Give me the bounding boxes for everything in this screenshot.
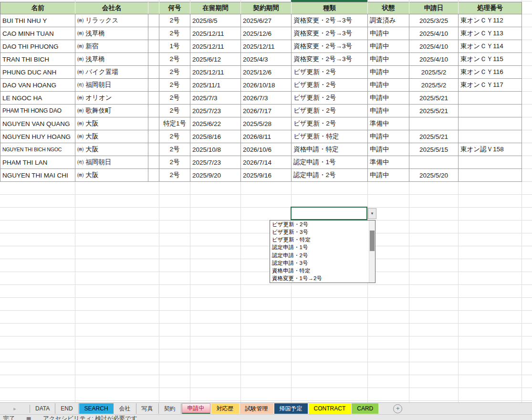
sheet-tab-card[interactable]: CARD xyxy=(352,403,378,414)
cell-status[interactable]: 申請中 xyxy=(368,53,409,66)
cell-process-number[interactable]: 東オンＣＹ112 xyxy=(459,14,522,27)
cell-company[interactable]: ㈱ バイク置場 xyxy=(75,66,148,79)
dropdown-scrollbar[interactable] xyxy=(369,220,375,283)
sheet-tab-photo[interactable]: 写真 xyxy=(136,403,159,414)
cell-company[interactable]: ㈱ 大阪 xyxy=(75,143,148,156)
cell-name[interactable]: NGUYEN THI BICH NGOC xyxy=(0,143,75,156)
cell-company[interactable]: ㈲ 福岡朝日 xyxy=(75,156,148,169)
cell-process-number[interactable] xyxy=(459,92,522,105)
col-header-process-number[interactable]: 処理番号 xyxy=(459,2,522,14)
sheet-tab-applying[interactable]: 申請中 xyxy=(182,403,210,414)
cell-name[interactable]: NGUYEN HUY HOANG xyxy=(0,130,75,143)
cell-company[interactable]: ㈱ リラックス xyxy=(75,14,148,27)
accessibility-status[interactable]: アクセシビリティ: 検討が必要です xyxy=(43,415,137,420)
cell-grade[interactable]: 2号 xyxy=(159,105,190,117)
cell-grade[interactable]: 2号 xyxy=(159,66,190,79)
cell-spacer[interactable] xyxy=(148,79,159,92)
cell-grade[interactable]: 2号 xyxy=(159,53,190,66)
cell-process-number[interactable] xyxy=(459,156,522,169)
cell-company[interactable]: ㈱ 浅草橋 xyxy=(75,27,148,40)
cell-company[interactable]: ㈱ 歌舞伎町 xyxy=(75,105,148,117)
cell-type[interactable]: 資格変更・2号→3号 xyxy=(292,40,368,53)
cell-residence-period[interactable]: 2025/10/8 xyxy=(190,143,241,156)
cell-name[interactable]: DAO VAN HOANG xyxy=(0,79,75,92)
cell-status[interactable]: 準備中 xyxy=(368,156,409,169)
col-header-type[interactable]: 種類 xyxy=(292,2,368,14)
cell-type[interactable]: 認定申請・2号 xyxy=(292,169,368,182)
cell-residence-period[interactable]: 2025/8/5 xyxy=(190,14,241,27)
cell-contract-period[interactable]: 2026/7/3 xyxy=(241,92,292,105)
cell-apply-date[interactable]: 2025/5/21 xyxy=(409,105,459,117)
cell-spacer[interactable] xyxy=(148,92,159,105)
cell-contract-period[interactable]: 2025/12/6 xyxy=(241,66,292,79)
cell-name[interactable]: CAO MINH TUAN xyxy=(0,27,75,40)
sheet-tab-return-schedule[interactable]: 帰国予定 xyxy=(274,403,308,414)
add-sheet-button[interactable]: + xyxy=(393,404,402,413)
cell-residence-period[interactable]: 2025/7/23 xyxy=(190,105,241,117)
cell-status[interactable]: 申請中 xyxy=(368,105,409,117)
cell-company[interactable]: ㈱ オリオン xyxy=(75,92,148,105)
cell-type[interactable]: 資格変更・2号→3号 xyxy=(292,27,368,40)
cell-contract-period[interactable]: 2025/4/3 xyxy=(241,53,292,66)
cell-apply-date[interactable]: 2025/5/21 xyxy=(409,92,459,105)
cell-residence-period[interactable]: 2025/9/20 xyxy=(190,169,241,182)
cell-residence-period[interactable]: 2025/8/16 xyxy=(190,130,241,143)
cell-grade[interactable]: 2号 xyxy=(159,79,190,92)
cell-spacer[interactable] xyxy=(148,27,159,40)
cell-apply-date[interactable]: 2025/3/25 xyxy=(409,14,459,27)
cell-company[interactable]: ㈱ 大阪 xyxy=(75,130,148,143)
cell-spacer[interactable] xyxy=(148,105,159,117)
dropdown-option[interactable]: 認定申請・2号 xyxy=(270,252,369,259)
col-header-status[interactable]: 状態 xyxy=(368,2,409,14)
cell-name[interactable]: LE NGOC HA xyxy=(0,92,75,105)
dropdown-option[interactable]: 資格申請・特定 xyxy=(270,267,369,275)
cell-contract-period[interactable]: 2026/10/6 xyxy=(241,143,292,156)
cell-process-number[interactable]: 東オンＣＹ113 xyxy=(459,27,522,40)
cell-contract-period[interactable]: 2026/7/14 xyxy=(241,156,292,169)
cell-company[interactable]: ㈱ 浅草橋 xyxy=(75,53,148,66)
cell-contract-period[interactable]: 2026/7/17 xyxy=(241,105,292,117)
cell-type[interactable]: 資格変更・2号→3号 xyxy=(292,14,368,27)
cell-residence-period[interactable]: 2025/12/11 xyxy=(190,66,241,79)
col-header-company[interactable]: 会社名 xyxy=(75,2,148,14)
cell-spacer[interactable] xyxy=(148,156,159,169)
cell-name[interactable]: PHAM THI HONG DAO xyxy=(0,105,75,117)
cell-apply-date[interactable]: 2025/5/2 xyxy=(409,66,459,79)
cell-status[interactable]: 申請中 xyxy=(368,130,409,143)
cell-residence-period[interactable]: 2025/6/12 xyxy=(190,53,241,66)
cell-contract-period[interactable]: 2026/10/18 xyxy=(241,79,292,92)
col-header-name[interactable]: 名前 xyxy=(0,2,75,14)
cell-type[interactable]: 資格変更・2号→3号 xyxy=(292,53,368,66)
dropdown-arrow-button[interactable]: ▼ xyxy=(368,208,376,219)
cell-residence-period[interactable]: 2025/6/22 xyxy=(190,117,241,130)
cell-grade[interactable]: 1号 xyxy=(159,40,190,53)
cell-apply-date[interactable] xyxy=(409,117,459,130)
cell-residence-period[interactable]: 2025/12/11 xyxy=(190,40,241,53)
cell-grade[interactable]: 特定1号 xyxy=(159,117,190,130)
cell-status[interactable]: 申請中 xyxy=(368,79,409,92)
cell-status[interactable]: 調査済み xyxy=(368,14,409,27)
cell-status[interactable]: 申請中 xyxy=(368,92,409,105)
col-header-apply-date[interactable]: 申請日 xyxy=(409,2,459,14)
cell-spacer[interactable] xyxy=(148,53,159,66)
cell-process-number[interactable]: 東オンＣＹ115 xyxy=(459,53,522,66)
cell-spacer[interactable] xyxy=(148,14,159,27)
sheet-tab-exam-management[interactable]: 試験管理 xyxy=(240,403,273,414)
cell-contract-period[interactable]: 2025/12/6 xyxy=(241,27,292,40)
dropdown-scrollbar-thumb[interactable] xyxy=(370,231,375,251)
cell-type[interactable]: ビザ更新・特定 xyxy=(292,130,368,143)
sheet-nav-button[interactable]: ▸ xyxy=(0,405,30,413)
cell-contract-period[interactable]: 2025/12/11 xyxy=(241,40,292,53)
cell-spacer[interactable] xyxy=(148,66,159,79)
cell-apply-date[interactable]: 2025/4/10 xyxy=(409,40,459,53)
cell-spacer[interactable] xyxy=(148,143,159,156)
cell-residence-period[interactable]: 2025/7/3 xyxy=(190,92,241,105)
sheet-tab-data[interactable]: DATA xyxy=(30,403,55,414)
dropdown-option[interactable]: 資格変更・1号→2号 xyxy=(270,275,369,283)
cell-company[interactable]: ㈲ 福岡朝日 xyxy=(75,79,148,92)
cell-company[interactable]: ㈱ 大阪 xyxy=(75,169,148,182)
cell-company[interactable]: ㈱ 新宿 xyxy=(75,40,148,53)
cell-name[interactable]: NGUYEN THI MAI CHI xyxy=(0,169,75,182)
cell-name[interactable]: NGUYEN VAN QUANG xyxy=(0,117,75,130)
cell-company[interactable]: ㈱ 大阪 xyxy=(75,117,148,130)
